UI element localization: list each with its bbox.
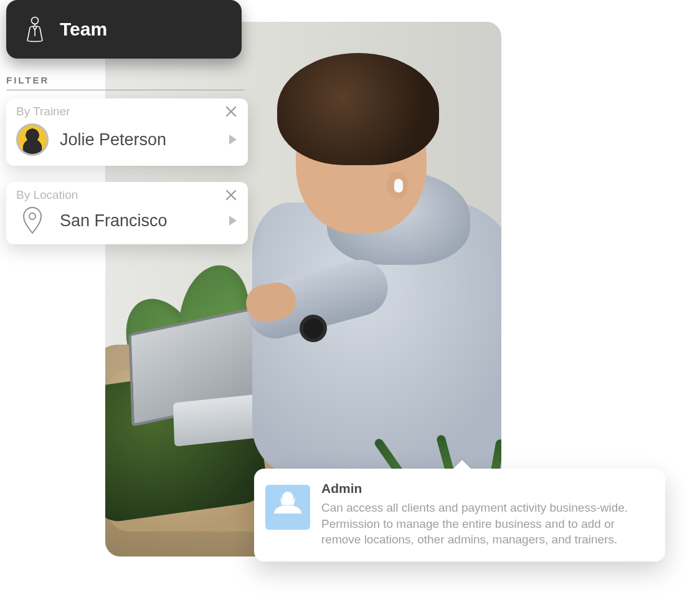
chevron-right-icon[interactable] (229, 135, 237, 145)
filter-trainer-value: Jolie Peterson (60, 130, 218, 150)
tooltip-title: Admin (321, 481, 650, 496)
svg-point-2 (282, 492, 293, 503)
filter-card-location[interactable]: By Location San Francisco (6, 182, 248, 244)
tooltip-body: Admin Can access all clients and payment… (321, 481, 650, 548)
filter-section-label: FILTER (6, 75, 49, 85)
filter-card-trainer[interactable]: By Trainer Jolie Peterson (6, 98, 248, 166)
close-icon[interactable] (224, 105, 238, 118)
filter-underline (6, 90, 244, 90)
trainer-avatar (16, 123, 49, 156)
admin-role-icon (265, 485, 310, 530)
close-icon[interactable] (224, 188, 238, 202)
nav-tab-team[interactable]: Team (6, 0, 242, 59)
filter-location-label: By Location (16, 188, 78, 202)
team-icon (24, 16, 46, 43)
chevron-right-icon[interactable] (229, 216, 237, 226)
filter-location-value: San Francisco (60, 211, 218, 231)
svg-point-1 (29, 213, 35, 219)
stage: Team FILTER By Trainer Jolie Peterson By… (0, 0, 700, 602)
location-pin-icon (16, 207, 49, 234)
role-tooltip-admin: Admin Can access all clients and payment… (254, 469, 665, 561)
nav-tab-team-label: Team (60, 19, 107, 40)
tooltip-description: Can access all clients and payment activ… (321, 500, 650, 548)
filter-trainer-label: By Trainer (16, 105, 70, 118)
svg-point-0 (32, 17, 39, 24)
